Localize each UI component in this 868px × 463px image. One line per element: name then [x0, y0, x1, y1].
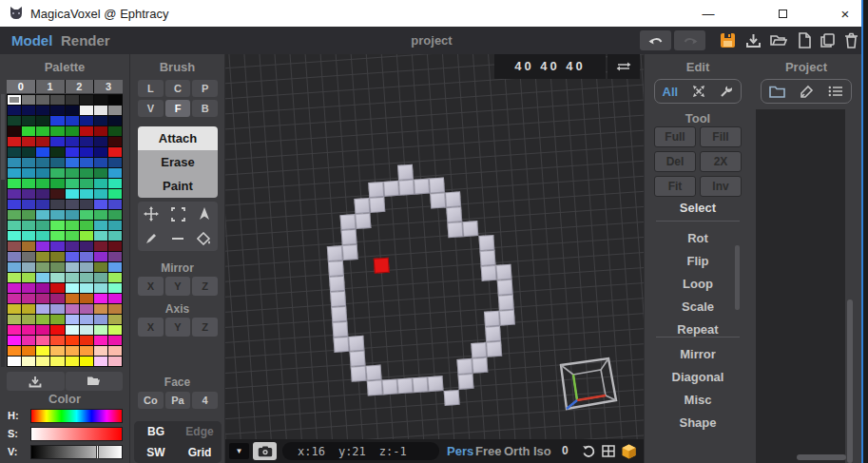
palette-swatch[interactable] — [94, 283, 107, 293]
palette-swatch[interactable] — [22, 147, 35, 157]
value-slider-cursor[interactable] — [96, 445, 99, 459]
palette-swatch[interactable] — [108, 315, 122, 324]
palette-swatch[interactable] — [80, 346, 93, 356]
palette-swatch[interactable] — [22, 304, 35, 314]
voxel[interactable] — [366, 365, 382, 381]
palette-swatch[interactable] — [36, 315, 49, 324]
palette-swatch[interactable] — [50, 252, 64, 261]
saturation-slider[interactable] — [30, 427, 123, 441]
toggle-grid[interactable]: Grid — [178, 446, 222, 459]
voxel[interactable] — [333, 337, 349, 353]
palette-tab-1[interactable]: 1 — [36, 80, 65, 93]
palette-swatch[interactable] — [94, 126, 107, 136]
palette-swatch[interactable] — [8, 357, 21, 366]
palette-swatch[interactable] — [22, 273, 35, 282]
voxel[interactable] — [397, 164, 414, 181]
palette-swatch[interactable] — [108, 179, 122, 188]
palette-swatch[interactable] — [66, 116, 79, 125]
palette-swatch[interactable] — [8, 241, 21, 251]
palette-swatch[interactable] — [22, 262, 35, 272]
palette-swatch[interactable] — [66, 315, 79, 324]
palette-swatch[interactable] — [80, 304, 93, 314]
face-4[interactable]: 4 — [192, 392, 218, 409]
viewport-dropdown-button[interactable]: ▼ — [229, 443, 249, 459]
mirror-axis-x[interactable]: X — [138, 277, 164, 296]
palette-swatch[interactable] — [8, 168, 21, 178]
palette-swatch[interactable] — [8, 147, 21, 157]
palette-swatch[interactable] — [8, 283, 21, 293]
voxel[interactable] — [342, 244, 358, 260]
voxel[interactable] — [485, 326, 501, 342]
edit-op-rot[interactable]: Rot — [645, 231, 751, 245]
palette-swatch[interactable] — [22, 106, 35, 115]
palette-swatch[interactable] — [94, 106, 107, 115]
palette-swatch[interactable] — [80, 158, 93, 167]
edit-op-diagonal[interactable]: Diagonal — [645, 370, 751, 384]
brush-mode-l[interactable]: L — [138, 80, 164, 97]
voxel[interactable] — [327, 245, 343, 261]
palette-swatch[interactable] — [108, 231, 122, 241]
voxel[interactable] — [478, 235, 494, 251]
palette-swatch[interactable] — [8, 158, 21, 167]
palette-swatch[interactable] — [80, 336, 93, 345]
voxel[interactable] — [472, 357, 488, 374]
palette-swatch[interactable] — [50, 179, 64, 188]
palette-swatch[interactable] — [8, 106, 21, 115]
palette-swatch[interactable] — [108, 262, 122, 272]
palette-tab-2[interactable]: 2 — [66, 80, 94, 93]
palette-swatch[interactable] — [66, 231, 79, 241]
palette-swatch[interactable] — [94, 262, 107, 272]
delete-button[interactable] — [841, 31, 860, 49]
palette-save-button[interactable] — [7, 372, 65, 391]
palette-swatch[interactable] — [36, 336, 49, 345]
voxel[interactable] — [413, 376, 429, 393]
paint-action-button[interactable]: Paint — [138, 174, 218, 198]
palette-swatch[interactable] — [22, 315, 35, 324]
camera-mode-iso[interactable]: Iso — [533, 439, 551, 463]
palette-swatch[interactable] — [94, 273, 107, 282]
voxel[interactable] — [444, 390, 460, 406]
voxel[interactable] — [414, 179, 430, 195]
voxel[interactable] — [367, 380, 383, 396]
palette-swatch[interactable] — [22, 137, 35, 146]
voxel[interactable] — [428, 376, 444, 392]
rotation-angle-label[interactable]: 0 — [562, 439, 569, 463]
project-file-list[interactable] — [756, 109, 845, 463]
palette-swatch[interactable] — [94, 357, 107, 366]
palette-swatch[interactable] — [22, 221, 35, 230]
mirror-axis-y[interactable]: Y — [165, 277, 191, 296]
voxel[interactable] — [330, 291, 346, 307]
palette-swatch[interactable] — [50, 231, 64, 241]
brush-mode-c[interactable]: C — [165, 80, 191, 97]
undo-button[interactable] — [640, 30, 671, 50]
voxel[interactable] — [499, 310, 515, 326]
palette-swatch[interactable] — [8, 346, 21, 356]
voxel[interactable] — [445, 191, 461, 207]
palette-swatch[interactable] — [8, 304, 21, 314]
palette-swatch[interactable] — [22, 283, 35, 293]
palette-swatch[interactable] — [8, 325, 21, 335]
resize-swap-button[interactable] — [608, 54, 640, 79]
palette-swatch[interactable] — [80, 210, 93, 220]
voxel-display-button[interactable] — [619, 442, 638, 460]
face-pa[interactable]: Pa — [165, 392, 191, 409]
voxel[interactable] — [429, 177, 445, 193]
voxel[interactable] — [456, 358, 473, 375]
redo-button[interactable] — [674, 30, 705, 50]
palette-swatch[interactable] — [94, 231, 107, 241]
palette-swatch[interactable] — [36, 294, 49, 303]
palette-swatch[interactable] — [22, 116, 35, 125]
palette-swatch[interactable] — [108, 346, 122, 356]
voxel[interactable] — [329, 276, 345, 292]
palette-swatch[interactable] — [66, 325, 79, 335]
palette-swatch[interactable] — [66, 126, 79, 136]
palette-swatch[interactable] — [94, 294, 107, 303]
palette-swatch[interactable] — [94, 241, 107, 251]
voxel[interactable] — [486, 341, 502, 357]
palette-swatch[interactable] — [36, 116, 49, 125]
palette-swatch[interactable] — [22, 325, 35, 335]
voxel[interactable] — [332, 321, 348, 338]
palette-swatch[interactable] — [36, 168, 49, 178]
palette-swatch[interactable] — [80, 116, 93, 125]
palette-swatch[interactable] — [94, 200, 107, 209]
